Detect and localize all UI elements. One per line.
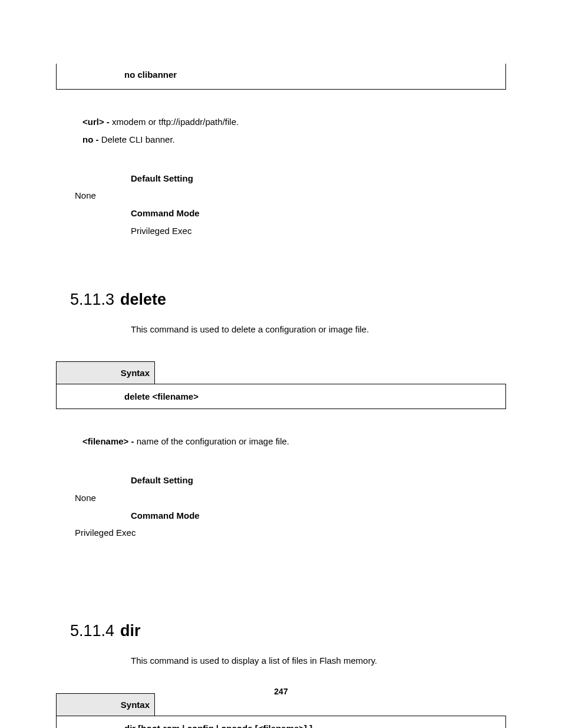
- default-setting-value-2: None: [75, 492, 506, 505]
- syntax-empty-cell-dir: [155, 693, 506, 716]
- section-dir-desc: This command is used to display a list o…: [131, 654, 506, 667]
- syntax-body-cell: delete <filename>: [57, 384, 506, 409]
- section-heading-delete: 5.11.3 delete: [70, 291, 506, 309]
- syntax-body-text: no clibanner: [57, 64, 505, 89]
- command-mode-label: Command Mode: [131, 207, 506, 220]
- syntax-table-delete: Syntax delete <filename>: [56, 361, 506, 409]
- syntax-header-cell: Syntax: [57, 362, 155, 384]
- param-no-label: no -: [82, 134, 101, 144]
- param-filename-label: <filename> -: [82, 436, 137, 446]
- syntax-body-cell-dir: dir [boot-rom | config | opcode [<filena…: [57, 716, 506, 728]
- section-number: 5.11.3: [70, 291, 114, 309]
- default-setting-value: None: [75, 189, 506, 202]
- param-url-line: <url> - xmodem or tftp://ipaddr/path/fil…: [82, 116, 506, 129]
- command-mode-label-2: Command Mode: [131, 509, 506, 522]
- syntax-header-cell-dir: Syntax: [57, 693, 155, 716]
- syntax-table-dir: Syntax dir [boot-rom | config | opcode […: [56, 693, 506, 728]
- param-filename-line: <filename> - name of the configuration o…: [82, 435, 506, 448]
- section-number-dir: 5.11.4: [70, 622, 114, 640]
- param-url-desc: xmodem or tftp://ipaddr/path/file.: [112, 117, 239, 127]
- section-heading-dir: 5.11.4 dir: [70, 622, 506, 640]
- syntax-empty-cell: [155, 362, 506, 384]
- section-title: delete: [120, 291, 166, 309]
- command-mode-value-2: Privileged Exec: [75, 526, 506, 539]
- default-setting-label-2: Default Setting: [131, 474, 506, 487]
- syntax-box-continuation: no clibanner: [56, 64, 506, 90]
- default-setting-label: Default Setting: [131, 172, 506, 185]
- param-url-label: <url> -: [82, 117, 112, 127]
- param-filename-desc: name of the configuration or image file.: [137, 436, 289, 446]
- param-no-desc: Delete CLI banner.: [101, 134, 175, 144]
- section-delete-desc: This command is used to delete a configu…: [131, 323, 506, 336]
- section-title-dir: dir: [120, 622, 141, 640]
- command-mode-value: Privileged Exec: [131, 225, 506, 238]
- page-number: 247: [0, 687, 562, 696]
- param-no-line: no - Delete CLI banner.: [82, 133, 506, 146]
